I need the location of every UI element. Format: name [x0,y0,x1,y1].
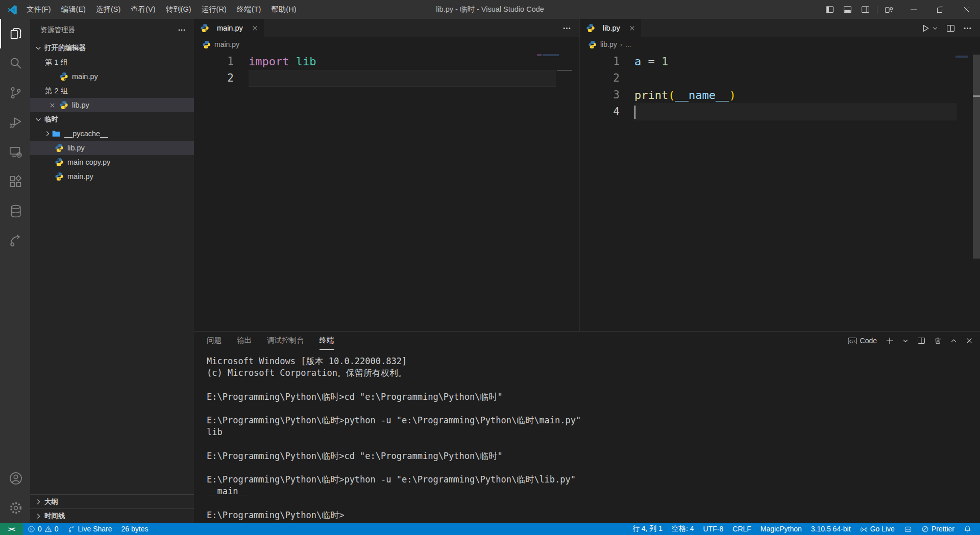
toggle-secondary-sidebar-icon[interactable] [861,5,870,14]
code-token [289,53,296,70]
run-dropdown-chevron-icon[interactable] [932,25,938,31]
code-editor-lib-py[interactable]: 1a = 123print(__name__)4 [580,52,980,331]
breadcrumb[interactable]: lib.py › ... [580,37,980,52]
indentation-status[interactable]: 空格: 4 [667,523,699,535]
minimize-button[interactable] [900,0,927,19]
line-content [634,104,957,120]
menu-item-e[interactable]: 编辑(E) [56,5,91,14]
activity-explorer-icon[interactable] [0,19,30,48]
tree-file-lib-py[interactable]: lib.py [30,141,194,155]
activity-source-control-icon[interactable] [0,78,30,108]
menu-item-f[interactable]: 文件(F) [21,5,56,14]
terminal-line: E:\Programming\Python\临时>python -u "e:\P… [207,474,980,486]
tree-file-main-copy-py[interactable]: main copy.py [30,155,194,169]
code-line[interactable]: 1import lib [194,53,579,70]
line-content: print(__name__) [634,87,957,104]
activity-live-share-icon[interactable] [0,226,30,256]
editor-more-actions-icon[interactable] [562,24,571,33]
activity-run-and-debug-icon[interactable] [0,108,30,137]
code-line[interactable]: 2 [194,70,579,87]
problems-status[interactable]: 0 0 [23,523,63,535]
panel-tab-调试控制台[interactable]: 调试控制台 [267,332,304,350]
breadcrumb-file[interactable]: main.py [214,40,239,48]
activity-search-icon[interactable] [0,48,30,78]
minimap-slider[interactable] [557,70,572,71]
panel-tab-问题[interactable]: 问题 [207,332,222,350]
activity-settings-icon[interactable] [0,493,30,523]
open-editor-lib-py[interactable]: lib.py [30,98,194,112]
terminal-line [207,438,980,450]
new-terminal-icon[interactable] [886,337,894,345]
prettier-status[interactable]: Prettier [917,523,959,535]
language-mode-status[interactable]: MagicPython [756,523,806,535]
code-line[interactable]: 4 [580,104,980,120]
terminal-dropdown-chevron-icon[interactable] [902,338,909,344]
activity-remote-explorer-icon[interactable] [0,137,30,167]
code-editor-main-py[interactable]: 1import lib2 [194,52,579,331]
breadcrumb[interactable]: main.py [194,37,579,52]
eol-status[interactable]: CRLF [728,523,756,535]
breadcrumb-file[interactable]: lib.py [600,40,617,48]
live-share-status[interactable]: Live Share [63,523,117,535]
menu-item-s[interactable]: 选择(S) [91,5,126,14]
sidebar-section-大纲[interactable]: 大纲 [30,494,194,508]
file-size-status[interactable]: 26 bytes [117,523,153,535]
activity-account-icon[interactable] [0,464,30,493]
close-icon[interactable] [48,101,59,109]
sidebar-section-0[interactable]: 打开的编辑器 [30,41,194,55]
sidebar-section-1[interactable]: 临时 [30,112,194,126]
menu-item-h[interactable]: 帮助(H) [266,5,301,14]
code-line[interactable]: 1a = 1 [580,53,980,70]
encoding-status[interactable]: UTF-8 [699,523,728,535]
menu-item-t[interactable]: 终端(T) [232,5,266,14]
tab-main-py[interactable]: main.py [194,19,264,37]
close-panel-icon[interactable] [966,337,973,344]
toggle-sidebar-icon[interactable] [825,5,834,14]
tab-close-icon[interactable] [251,24,259,32]
restore-button[interactable] [927,0,953,19]
customize-layout-icon[interactable] [885,5,893,14]
menu-item-r[interactable]: 运行(R) [197,5,232,14]
line-content: import lib [249,53,556,70]
activity-database-icon[interactable] [0,196,30,226]
menu-item-g[interactable]: 转到(G) [161,5,197,14]
editor-more-actions-icon[interactable] [963,24,972,33]
tree-file-main-py[interactable]: main.py [30,169,194,184]
python-interpreter-status[interactable]: 3.10.5 64-bit [806,523,855,535]
text-cursor [634,106,635,119]
sidebar-section-时间线[interactable]: 时间线 [30,508,194,523]
split-terminal-icon[interactable] [917,337,925,345]
activity-extensions-icon[interactable] [0,167,30,196]
notifications-bell[interactable] [959,523,976,535]
go-live-status[interactable]: Go Live [855,523,899,535]
kill-terminal-icon[interactable] [934,337,942,345]
chevron-down-icon [34,44,42,52]
tab-lib-py[interactable]: lib.py [580,19,641,37]
terminal-output[interactable]: Microsoft Windows [版本 10.0.22000.832](c)… [194,350,980,523]
close-window-button[interactable] [953,0,980,19]
python-file-icon [586,23,595,33]
split-editor-icon[interactable] [946,24,955,33]
code-line[interactable]: 2 [580,70,980,87]
activity-bar [0,19,30,523]
tab-close-icon[interactable] [628,24,636,32]
cursor-position-status[interactable]: 行 4, 列 1 [628,523,667,535]
menu-item-v[interactable]: 查看(V) [126,5,160,14]
terminal-shell-picker[interactable]: C:\ Code [848,337,877,345]
browser-preview-status[interactable] [899,523,917,535]
remote-indicator[interactable]: >< [0,523,23,535]
run-python-file-icon[interactable] [921,24,930,33]
panel-tab-输出[interactable]: 输出 [237,332,252,350]
breadcrumb-symbol[interactable]: ... [625,40,631,48]
terminal-line: (c) Microsoft Corporation。保留所有权利。 [207,367,980,379]
open-editor-main-py[interactable]: main.py [30,69,194,84]
editor-group-label: 第 2 组 [30,84,194,98]
code-line[interactable]: 3print(__name__) [580,87,980,104]
vscode-logo-icon [7,5,17,15]
toggle-panel-icon[interactable] [843,5,852,14]
scrollbar-thumb[interactable] [973,55,980,259]
sidebar-more-actions-icon[interactable] [178,26,186,34]
tree-folder--pycache-[interactable]: __pycache__ [30,126,194,141]
panel-tab-终端[interactable]: 终端 [320,332,334,350]
maximize-panel-icon[interactable] [950,338,957,344]
